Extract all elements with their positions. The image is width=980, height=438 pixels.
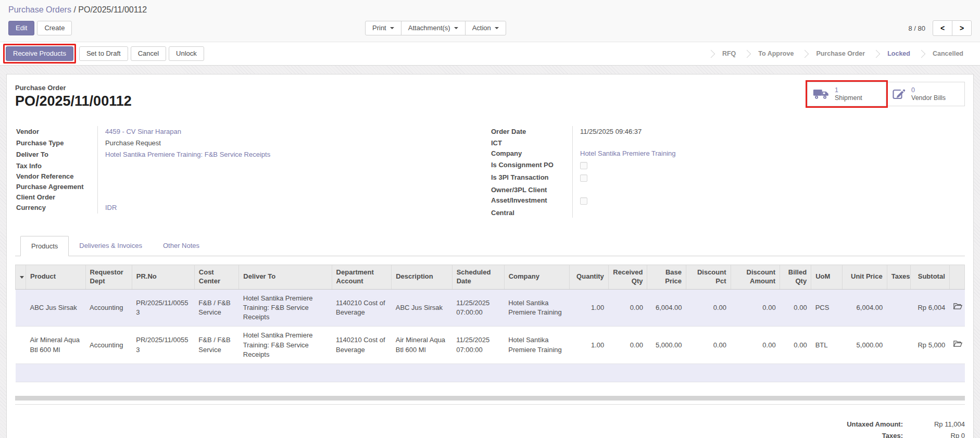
cell-billed-qty: 0.00: [780, 289, 811, 327]
is-3pl-transaction-checkbox[interactable]: [580, 174, 587, 182]
status-step-locked[interactable]: Locked: [879, 50, 919, 57]
asset-investment-checkbox[interactable]: [580, 197, 587, 205]
asset-investment-field-label: Asset/Investment: [490, 195, 572, 207]
cell-taxes: [887, 289, 910, 327]
cell-discount-pct: 0.00: [686, 289, 731, 327]
column-header-unit-price[interactable]: Unit Price: [843, 265, 887, 290]
attachments-dropdown-button[interactable]: Attachment(s): [401, 21, 466, 36]
field-group-left: Vendor 4459 - CV Sinar Harapan Purchase …: [15, 126, 490, 218]
column-header-department-account[interactable]: Department Account: [332, 265, 392, 290]
client-order-field-label: Client Order: [15, 192, 97, 202]
untaxed-amount-value: Rp 11,004: [910, 420, 965, 428]
cell-unit-price: 5,000.00: [843, 327, 887, 364]
column-header-billed-qty[interactable]: Billed Qty: [780, 265, 811, 290]
company-field-value[interactable]: Hotel Santika Premiere Training: [580, 149, 676, 157]
column-header-requestor-dept[interactable]: Requestor Dept: [85, 265, 132, 290]
tab-products[interactable]: Products: [20, 236, 69, 256]
breadcrumb-separator: /: [73, 5, 78, 14]
cell-description: ABC Jus Sirsak: [392, 289, 452, 327]
cell-discount-amount: 0.00: [731, 289, 780, 327]
section-divider: [15, 396, 965, 401]
column-header-discount-pct[interactable]: Discount Pct: [686, 265, 731, 290]
pager: 8 / 80 < >: [908, 20, 972, 36]
statusbar: Receive Products Set to Draft Cancel Unl…: [0, 42, 980, 66]
cell-billed-qty: 0.00: [780, 327, 811, 364]
order-date-field-label: Order Date: [490, 126, 572, 137]
column-header-taxes[interactable]: Taxes: [887, 265, 910, 290]
action-dropdown-button[interactable]: Action: [465, 21, 506, 36]
column-header-cost-center[interactable]: Cost Center: [194, 265, 239, 290]
totals-footer: Untaxed Amount: Rp 11,004 Taxes: Rp 0 To…: [15, 418, 965, 438]
shipment-smart-button[interactable]: 1 Shipment: [807, 82, 886, 106]
column-header-discount-amount[interactable]: Discount Amount: [731, 265, 780, 290]
column-header-pr-no[interactable]: PR.No: [132, 265, 194, 290]
table-row[interactable]: Air Mineral Aqua Btl 600 Ml Accounting P…: [16, 327, 965, 364]
row-handle-cell: [16, 327, 26, 364]
order-date-field-value: 11/25/2025 09:46:37: [580, 128, 642, 135]
pager-count[interactable]: 8 / 80: [908, 24, 925, 32]
form-sheet: Purchase Order PO/2025/11/00112 1 Shipme…: [6, 74, 974, 438]
open-folder-icon[interactable]: [953, 303, 962, 310]
status-step-cancelled[interactable]: Cancelled: [924, 50, 972, 57]
set-to-draft-button[interactable]: Set to Draft: [79, 46, 128, 61]
company-field-label: Company: [490, 148, 572, 159]
caret-down-icon[interactable]: [20, 276, 24, 279]
cell-deliver-to: Hotel Santika Premiere Training: F&B Ser…: [239, 289, 332, 327]
cell-uom: PCS: [811, 289, 843, 327]
column-header-scheduled-date[interactable]: Scheduled Date: [452, 265, 504, 290]
column-header-base-price[interactable]: Base Price: [647, 265, 686, 290]
status-step-to-approve[interactable]: To Approve: [750, 50, 802, 57]
cell-discount-amount: 0.00: [731, 327, 780, 364]
tab-deliveries-invoices[interactable]: Deliveries & Invoices: [69, 236, 153, 256]
status-step-purchase-order[interactable]: Purchase Order: [808, 50, 873, 57]
vendor-reference-field-label: Vendor Reference: [15, 171, 97, 181]
column-header-description[interactable]: Description: [392, 265, 452, 290]
column-header-deliver-to[interactable]: Deliver To: [239, 265, 332, 290]
column-header-received-qty[interactable]: Received Qty: [608, 265, 647, 290]
cancel-button[interactable]: Cancel: [131, 46, 166, 61]
column-header-company[interactable]: Company: [504, 265, 570, 290]
print-dropdown-button[interactable]: Print: [365, 21, 401, 36]
is-consignment-po-field-label: Is Consignment PO: [490, 159, 572, 172]
column-header-subtotal[interactable]: Subtotal: [911, 265, 950, 290]
currency-field-value[interactable]: IDR: [105, 204, 117, 211]
create-button[interactable]: Create: [37, 21, 72, 36]
cell-discount-pct: 0.00: [686, 327, 731, 364]
field-group-right: Order Date 11/25/2025 09:46:37 ICT Compa…: [490, 126, 965, 218]
untaxed-amount-label: Untaxed Amount:: [811, 420, 910, 428]
chevron-left-icon: <: [940, 24, 945, 32]
cell-department-account: 1140210 Cost of Beverage: [332, 289, 392, 327]
cell-base-price: 6,004.00: [647, 289, 686, 327]
breadcrumb-parent-link[interactable]: Purchase Orders: [8, 5, 71, 14]
cell-quantity: 1.00: [570, 289, 609, 327]
tab-other-notes[interactable]: Other Notes: [153, 236, 210, 256]
cell-scheduled-date: 11/25/2025 07:00:00: [452, 289, 504, 327]
unlock-button[interactable]: Unlock: [169, 46, 204, 61]
open-folder-icon[interactable]: [953, 340, 962, 347]
owner-3pl-client-field-label: Owner/3PL Client: [490, 184, 572, 195]
vendor-bills-smart-button[interactable]: 0 Vendor Bills: [886, 82, 965, 106]
tax-info-field-label: Tax Info: [15, 160, 97, 171]
cell-description: Air Mineral Aqua Btl 600 Ml: [392, 327, 452, 364]
section-divider-thin: [15, 404, 965, 405]
pencil-square-icon: [891, 88, 906, 101]
column-header-quantity[interactable]: Quantity: [570, 265, 609, 290]
pager-next-button[interactable]: >: [952, 20, 972, 36]
empty-table-row: [16, 364, 965, 382]
receive-products-highlight-box: Receive Products: [3, 44, 76, 64]
receive-products-button[interactable]: Receive Products: [6, 46, 73, 61]
is-consignment-po-checkbox[interactable]: [580, 162, 587, 169]
vendor-field-value[interactable]: 4459 - CV Sinar Harapan: [105, 128, 181, 135]
cell-received-qty: 0.00: [608, 289, 647, 327]
truck-icon: [813, 88, 830, 101]
edit-button[interactable]: Edit: [8, 21, 34, 36]
pager-previous-button[interactable]: <: [933, 20, 952, 36]
vendor-bills-count: 0: [911, 86, 946, 94]
column-header-product[interactable]: Product: [26, 265, 86, 290]
taxes-value: Rp 0: [910, 432, 965, 438]
column-header-actions: [949, 265, 964, 290]
column-header-uom[interactable]: UoM: [811, 265, 843, 290]
deliver-to-field-value[interactable]: Hotel Santika Premiere Training: F&B Ser…: [105, 151, 270, 158]
status-step-rfq[interactable]: RFQ: [714, 50, 744, 57]
table-row[interactable]: ABC Jus Sirsak Accounting PR/2025/11/005…: [16, 289, 965, 327]
